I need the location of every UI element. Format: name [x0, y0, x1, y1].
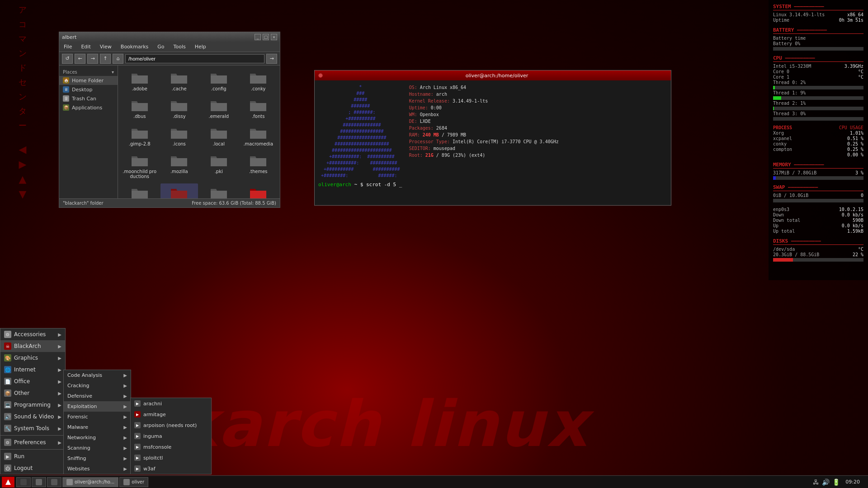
- exploit-inguma[interactable]: ▶ inguma: [131, 431, 211, 441]
- sub-websites[interactable]: Websites ▶: [64, 464, 131, 474]
- malware-arrow: ▶: [123, 425, 127, 430]
- sub-networking[interactable]: Networking ▶: [64, 432, 131, 443]
- scanning-arrow: ▶: [123, 446, 127, 450]
- taskbar-oliver-btn[interactable]: oliver: [119, 477, 148, 487]
- taskbar-sysmon-btn[interactable]: [16, 477, 31, 487]
- path-input[interactable]: [125, 54, 264, 63]
- tray-network-icon[interactable]: 🖧: [813, 479, 819, 486]
- sub-exploitation[interactable]: Exploitation ▶: [64, 401, 131, 412]
- minimize-button[interactable]: _: [255, 34, 261, 40]
- sidebar-arrow-right[interactable]: ▶: [19, 159, 27, 170]
- file-name-macromedia: .macromedia: [243, 141, 273, 146]
- exploit-arpoison[interactable]: ▶ arpoison (needs root): [131, 420, 211, 431]
- file-thumbnails[interactable]: .thumbnails: [121, 183, 159, 198]
- sub-code-analysis[interactable]: Code Analysis ▶: [64, 370, 131, 380]
- menu-office[interactable]: 📄 Office ▶: [0, 375, 65, 387]
- taskbar-files-btn[interactable]: [32, 477, 46, 487]
- menu-system-tools[interactable]: 🔧 System Tools ▶: [0, 422, 65, 434]
- menu-tools[interactable]: Tools: [172, 43, 188, 51]
- process-5-cpu: 0.00 %: [847, 152, 863, 157]
- menu-graphics[interactable]: 🎨 Graphics ▶: [0, 352, 65, 364]
- thread2-bar: [773, 107, 774, 110]
- menu-blackarch[interactable]: ☠ BlackArch ▶: [0, 340, 65, 352]
- menu-help[interactable]: Help: [193, 43, 208, 51]
- exploit-sploitctl[interactable]: ▶ sploitctl: [131, 452, 211, 463]
- file-fonts[interactable]: .fonts: [240, 96, 278, 122]
- toolbar-next[interactable]: →: [266, 54, 277, 64]
- file-themes[interactable]: .themes: [240, 151, 278, 182]
- menu-sound-video[interactable]: 🔊 Sound & Video ▶: [0, 411, 65, 422]
- menu-logout[interactable]: ⏻ Logout: [0, 462, 65, 474]
- start-button[interactable]: [2, 477, 14, 488]
- sysmon-cpu-title: CPU ——————————: [773, 55, 863, 62]
- menu-file[interactable]: File: [62, 43, 74, 51]
- menu-other[interactable]: 📦 Other ▶: [0, 387, 65, 399]
- taskbar-browser-btn[interactable]: [47, 477, 61, 487]
- menu-bookmarks[interactable]: Bookmarks: [119, 43, 150, 51]
- file-macromedia[interactable]: .macromedia: [240, 123, 278, 149]
- file-manager-titlebar[interactable]: albert _ □ ×: [59, 32, 280, 42]
- sub-defensive[interactable]: Defensive ▶: [64, 391, 131, 401]
- toolbar-up[interactable]: ↑: [100, 54, 111, 64]
- exploit-arachni[interactable]: ▶ arachni: [131, 398, 211, 409]
- toolbar-home[interactable]: ⌂: [113, 54, 123, 64]
- tray-battery-icon[interactable]: 🔋: [832, 479, 840, 486]
- sidebar-arrow-left[interactable]: ◀: [19, 144, 27, 155]
- toolbar-forward[interactable]: →: [87, 54, 98, 64]
- exploit-w3af[interactable]: ▶ w3af: [131, 463, 211, 474]
- internet-icon: 🌐: [4, 366, 11, 373]
- file-desktop[interactable]: Desktop: [240, 183, 278, 198]
- sidebar-desktop[interactable]: 🖥 Desktop: [59, 85, 118, 94]
- sidebar-applications[interactable]: 📦 Applications: [59, 103, 118, 112]
- file-dissy[interactable]: .dissy: [160, 96, 198, 122]
- file-cache[interactable]: .cache: [160, 68, 198, 94]
- file-mozilla[interactable]: .mozilla: [160, 151, 198, 182]
- file-gimp[interactable]: .gimp-2.8: [121, 123, 159, 149]
- file-local[interactable]: .local: [200, 123, 238, 149]
- menu-accessories[interactable]: ⚙ Accessories ▶: [0, 328, 65, 340]
- file-config[interactable]: .config: [200, 68, 238, 94]
- file-blackarch[interactable]: blackarch: [160, 183, 198, 198]
- menu-programming[interactable]: 💻 Programming ▶: [0, 399, 65, 411]
- file-moonchild[interactable]: .moonchild productions: [121, 151, 159, 182]
- sidebar-arrow-down[interactable]: ▼: [19, 188, 27, 200]
- sidebar-home[interactable]: 🏠 Home Folder: [59, 76, 118, 85]
- menu-view[interactable]: View: [98, 43, 113, 51]
- sub-malware[interactable]: Malware ▶: [64, 422, 131, 432]
- exploit-armitage[interactable]: ▶ armitage: [131, 409, 211, 420]
- file-adobe[interactable]: .adobe: [121, 68, 159, 94]
- file-emerald[interactable]: .emerald: [200, 96, 238, 122]
- sidebar-arrow-up[interactable]: ▲: [19, 174, 27, 185]
- file-conky[interactable]: .conky: [240, 68, 278, 94]
- tray-volume-icon[interactable]: 🔊: [822, 479, 830, 486]
- file-cnt-fai[interactable]: CNT-FAI: [200, 183, 238, 198]
- file-dbus[interactable]: .dbus: [121, 96, 159, 122]
- toolbar-reload[interactable]: ↺: [62, 54, 73, 64]
- terminal-prompt[interactable]: oliver@arch ~ $ scrot -d 5 _: [318, 182, 667, 188]
- maximize-button[interactable]: □: [263, 34, 269, 40]
- menu-preferences[interactable]: ⚙ Preferences ▶: [0, 436, 65, 448]
- menu-edit[interactable]: Edit: [79, 43, 92, 51]
- exploit-msfconsole[interactable]: ▶ msfconsole: [131, 441, 211, 452]
- file-name-pki: .pki: [215, 169, 223, 174]
- sub-cracking[interactable]: Cracking ▶: [64, 380, 131, 391]
- places-toggle[interactable]: ▾: [112, 70, 114, 75]
- sub-forensic[interactable]: Forensic ▶: [64, 412, 131, 422]
- sidebar-trash[interactable]: 🗑 Trash Can: [59, 94, 118, 103]
- file-manager-content: .adobe .cache .config .conky .dbus: [118, 66, 280, 198]
- sub-sniffing[interactable]: Sniffing ▶: [64, 453, 131, 464]
- sysmon-disks-section: DISKS —————————— /dev/sda °C 20.3GiB / 8…: [773, 238, 863, 262]
- menu-go[interactable]: Go: [156, 43, 166, 51]
- close-button[interactable]: ×: [271, 34, 277, 40]
- sysmon-iface-row: enp0s3 10.0.2.15: [773, 207, 863, 212]
- file-pki[interactable]: .pki: [200, 151, 238, 182]
- terminal-titlebar[interactable]: oliver@arch:/home/oliver: [315, 70, 671, 80]
- file-icons[interactable]: .icons: [160, 123, 198, 149]
- toolbar-back[interactable]: ←: [75, 54, 85, 64]
- terminal-body[interactable]: * ### ##### ####### ; #######: +########…: [315, 80, 671, 205]
- menu-internet[interactable]: 🌐 Internet ▶: [0, 364, 65, 375]
- menu-run[interactable]: ▶ Run: [0, 450, 65, 462]
- sysmon-swap-row: 0iB / 10.0GiB 0: [773, 193, 863, 198]
- taskbar-terminal-btn[interactable]: oliver@arch:/ho...: [62, 477, 118, 487]
- sub-scanning[interactable]: Scanning ▶: [64, 443, 131, 453]
